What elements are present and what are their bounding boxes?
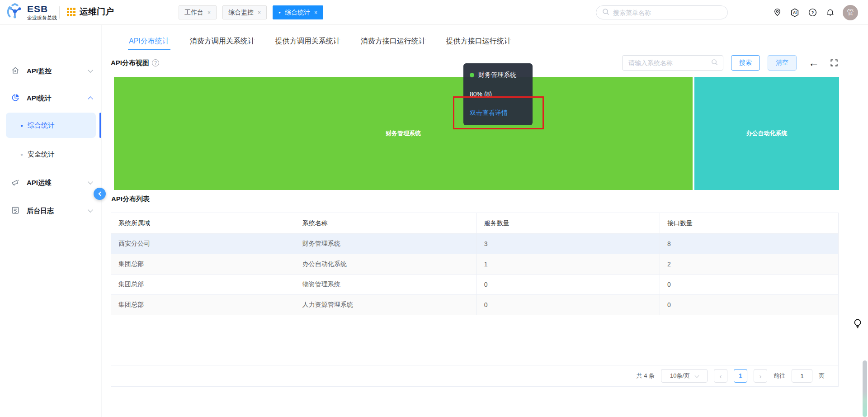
sidebar-item-label: 后台日志 [27, 207, 82, 215]
page-size-select[interactable]: 10条/页 [661, 369, 708, 383]
sidebar-item-backend-logs[interactable]: 后台日志 [0, 200, 101, 222]
active-indicator-bar [99, 113, 101, 138]
close-icon[interactable]: × [258, 9, 261, 16]
window-tab-bar: 工作台 × 综合监控 × ● 综合统计 × [179, 5, 323, 19]
chevron-down-icon [695, 373, 699, 378]
sidebar-item-api-ops[interactable]: API运维 [0, 172, 101, 194]
cell-interfaces: 0 [660, 295, 838, 315]
esb-logo-icon [6, 3, 24, 22]
treemap-block-office-automation[interactable]: 办公自动化系统 [694, 77, 839, 190]
tab-api-distribution[interactable]: API分布统计 [128, 33, 170, 50]
goto-label: 前往 [774, 372, 785, 380]
window-tab-label: 综合监控 [228, 9, 254, 17]
tab-consumer-call-relations[interactable]: 消费方调用关系统计 [189, 33, 256, 50]
cell-interfaces: 2 [660, 254, 838, 274]
location-icon[interactable] [772, 8, 782, 18]
portal-title: 运维门户 [67, 6, 114, 18]
user-avatar[interactable]: 管 [843, 5, 858, 20]
tab-provider-call-relations[interactable]: 提供方调用关系统计 [274, 33, 341, 50]
lightbulb-icon[interactable] [853, 318, 862, 331]
ai-assistant-icon[interactable]: AI [790, 8, 800, 18]
goto-page-input[interactable] [792, 369, 812, 383]
close-icon[interactable]: × [208, 9, 211, 16]
chevron-up-icon [88, 96, 93, 101]
red-annotation-box [453, 96, 544, 129]
sidebar-subitem-comprehensive-stats[interactable]: ● 综合统计 [6, 113, 96, 138]
svg-text:AI: AI [793, 11, 797, 15]
table-title: API分布列表 [111, 195, 150, 204]
cell-interfaces: 0 [660, 275, 838, 294]
chart-title: API分布视图 ? [111, 59, 159, 67]
chevron-down-icon [88, 207, 93, 212]
menu-search-box[interactable] [596, 5, 728, 19]
cell-system: 物资管理系统 [295, 275, 477, 294]
system-name-search-box[interactable] [622, 55, 723, 71]
sidebar-collapse-button[interactable] [94, 188, 106, 200]
log-document-icon [11, 206, 20, 216]
back-arrow-icon[interactable]: ← [808, 57, 819, 68]
bullet-dot-icon: ● [20, 123, 23, 128]
window-tab-workbench[interactable]: 工作台 × [179, 5, 217, 19]
api-distribution-table: 系统所属域 系统名称 服务数量 接口数量 西安分公司 财务管理系统 3 8 集团… [111, 213, 839, 387]
sidebar-subitem-label: 综合统计 [28, 121, 55, 130]
window-tab-monitor[interactable]: 综合监控 × [222, 5, 267, 19]
chevron-left-icon [98, 192, 103, 196]
brand-logo: ESB 企业服务总线 [6, 3, 57, 22]
help-circle-icon[interactable]: ? [152, 59, 159, 66]
column-header: 系统所属域 [111, 213, 295, 233]
cell-domain: 西安分公司 [111, 234, 295, 254]
table-row[interactable]: 集团总部 办公自动化系统 1 2 [111, 254, 838, 275]
sidebar-item-api-monitor[interactable]: API监控 [0, 60, 101, 82]
tab-provider-interface-runtime[interactable]: 提供方接口运行统计 [445, 33, 512, 50]
cell-system: 人力资源管理系统 [295, 295, 477, 315]
sidebar-subitem-label: 安全统计 [28, 150, 55, 159]
portal-name: 运维门户 [80, 6, 114, 18]
close-icon[interactable]: × [314, 9, 317, 16]
chart-title-text: API分布视图 [111, 59, 149, 67]
chevron-down-icon [88, 179, 93, 184]
megaphone-icon [11, 178, 20, 188]
pagination-total: 共 4 条 [637, 372, 655, 380]
current-page-button[interactable]: 1 [734, 369, 747, 383]
system-name-input[interactable] [627, 59, 711, 67]
sidebar-item-label: API监控 [27, 67, 82, 76]
home-icon [11, 66, 20, 76]
cell-services: 3 [477, 234, 660, 254]
prev-page-button[interactable]: ‹ [714, 369, 727, 383]
next-page-button[interactable]: › [754, 369, 767, 383]
brand-name: ESB [27, 4, 57, 14]
cell-system: 办公自动化系统 [295, 254, 477, 274]
series-dot-icon [470, 73, 474, 77]
svg-text:?: ? [811, 10, 814, 15]
menu-search-input[interactable] [612, 9, 722, 17]
table-header-row: 系统所属域 系统名称 服务数量 接口数量 [111, 213, 838, 234]
content-tab-bar: API分布统计 消费方调用关系统计 提供方调用关系统计 消费方接口运行统计 提供… [111, 33, 839, 50]
search-button[interactable]: 搜索 [731, 55, 760, 71]
sidebar-nav: API监控 API统计 ● 综合统计 ● 安全统计 API运维 [0, 25, 102, 417]
help-icon[interactable]: ? [807, 8, 817, 18]
top-header: ESB 企业服务总线 运维门户 工作台 × 综合监控 × ● 综合统计 × [0, 0, 868, 25]
scrollbar-thumb[interactable] [863, 360, 867, 417]
window-tab-statistics[interactable]: ● 综合统计 × [273, 5, 323, 19]
sidebar-subitem-security-stats[interactable]: ● 安全统计 [6, 143, 96, 165]
column-header: 接口数量 [660, 213, 838, 233]
chevron-down-icon [88, 67, 93, 72]
bullet-dot-icon: ● [20, 152, 23, 157]
apps-grid-icon [67, 8, 75, 16]
sidebar-item-label: API运维 [27, 179, 82, 187]
column-header: 服务数量 [477, 213, 660, 233]
cell-domain: 集团总部 [111, 275, 295, 294]
treemap-block-finance[interactable]: 财务管理系统 [114, 77, 693, 190]
fullscreen-icon[interactable] [830, 58, 839, 67]
table-row[interactable]: 集团总部 物资管理系统 0 0 [111, 275, 838, 295]
sidebar-item-api-statistics[interactable]: API统计 [0, 87, 101, 109]
page-size-value: 10条/页 [670, 372, 690, 380]
header-icons: AI ? 管 [772, 0, 858, 25]
cell-services: 0 [477, 275, 660, 294]
table-row[interactable]: 集团总部 人力资源管理系统 0 0 [111, 295, 838, 315]
tab-consumer-interface-runtime[interactable]: 消费方接口运行统计 [360, 33, 427, 50]
brand-subtitle: 企业服务总线 [27, 14, 57, 21]
clear-button[interactable]: 清空 [768, 55, 797, 71]
notifications-bell-icon[interactable] [825, 8, 835, 18]
table-row[interactable]: 西安分公司 财务管理系统 3 8 [111, 234, 838, 254]
